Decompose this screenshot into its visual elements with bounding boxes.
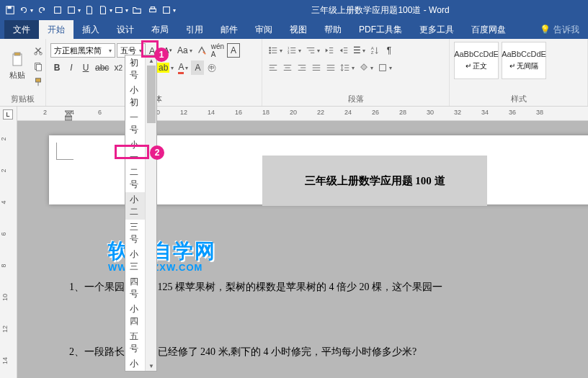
save-icon[interactable] [3, 3, 17, 17]
doc-paragraph-2[interactable]: 2、一段路长 324 米,已经修了 240 米,剩下的 4 小时修完，平均每小时… [69, 346, 416, 359]
document-viewport[interactable]: 2468101214161820222426283032343638 三年级上册… [17, 107, 588, 378]
svg-point-15 [269, 47, 271, 49]
line-spacing-icon[interactable]: ▾ [339, 60, 356, 75]
undo-icon[interactable]: ▾ [19, 3, 33, 17]
distributed-icon[interactable] [324, 60, 337, 75]
doc-title-text: 三年级上册数学应用题 100 道 [305, 174, 445, 188]
tab-layout[interactable]: 布局 [143, 20, 177, 39]
scroll-thumb[interactable] [147, 66, 156, 123]
qat-btn-5[interactable]: ▾ [114, 3, 128, 17]
tab-selector[interactable]: L [3, 109, 13, 120]
svg-rect-57 [65, 117, 72, 120]
qat-btn-8[interactable]: ▾ [161, 3, 176, 17]
ruler-number: 26 [372, 109, 379, 116]
doc-title-box[interactable]: 三年级上册数学应用题 100 道 [262, 156, 487, 206]
ribbon-tabs: 文件 开始 插入 设计 布局 引用 邮件 审阅 视图 帮助 PDF工具集 更多工… [0, 20, 588, 39]
subscript-icon[interactable]: x2 [112, 60, 125, 75]
print-icon[interactable] [146, 3, 160, 17]
font-color-icon[interactable]: A▾ [177, 60, 190, 75]
ruler-number: 12 [180, 109, 187, 116]
paste-label: 粘贴 [9, 70, 25, 81]
font-name-combo[interactable]: 方正粗黑宋简▾ [50, 43, 115, 58]
tell-me[interactable]: 💡 告诉我 [531, 20, 588, 39]
tab-mailings[interactable]: 邮件 [212, 20, 246, 39]
shading-icon[interactable]: ▾ [357, 60, 375, 75]
underline-button[interactable]: U [79, 60, 92, 75]
ruler-number: 18 [262, 109, 270, 116]
align-right-icon[interactable] [295, 60, 308, 75]
svg-point-17 [269, 50, 271, 52]
format-painter-icon[interactable] [32, 75, 45, 89]
font-size-dropdown: 初号小初一号小一二号小二三号小三四号小四五号小五六号小六七号八号55.566.5… [125, 55, 157, 372]
asian-layout-icon[interactable]: ☰▾ [352, 43, 367, 58]
tab-view[interactable]: 视图 [281, 20, 316, 39]
size-option[interactable]: 初号 [125, 55, 146, 83]
new-file-icon[interactable] [82, 3, 97, 17]
style-nospace[interactable]: AaBbCcDdE ↵ 无间隔 [502, 42, 546, 79]
qat-btn-1[interactable] [50, 3, 65, 17]
bold-button[interactable]: B [50, 60, 63, 75]
window-title: 三年级上册数学应用题100道 - Word [176, 4, 585, 17]
redo-icon[interactable] [35, 3, 49, 17]
tab-insert[interactable]: 插入 [74, 20, 108, 39]
size-option[interactable]: 二号 [125, 165, 146, 192]
increase-indent-icon[interactable] [337, 43, 350, 58]
size-option[interactable]: 五号 [125, 329, 146, 356]
dropdown-list: 初号小初一号小一二号小二三号小三四号小四五号小五六号小六七号八号55.566.5… [125, 55, 146, 372]
size-option[interactable]: 三号 [125, 220, 146, 247]
horizontal-ruler[interactable]: 2468101214161820222426283032343638 [17, 107, 588, 121]
strikethrough-icon[interactable]: abc [94, 60, 110, 75]
size-option[interactable]: 一号 [125, 110, 146, 138]
style-normal[interactable]: AaBbCcDdE ↵ 正文 [454, 42, 499, 79]
show-marks-icon[interactable]: ¶ [383, 43, 396, 58]
tab-help[interactable]: 帮助 [316, 20, 350, 39]
decrease-indent-icon[interactable] [323, 43, 336, 58]
align-left-icon[interactable] [267, 60, 280, 75]
size-option[interactable]: 小二 [125, 192, 146, 220]
size-option[interactable]: 小一 [125, 138, 146, 165]
sort-icon[interactable]: AZ [368, 43, 381, 58]
size-option[interactable]: 小四 [125, 302, 146, 329]
dropdown-scrollbar[interactable]: ▲ ▼ [145, 55, 156, 371]
tab-baidu[interactable]: 百度网盘 [463, 20, 514, 39]
document-area: L 22468101214 24681012141618202224262830… [0, 107, 588, 378]
size-option[interactable]: 小初 [125, 83, 146, 110]
svg-rect-9 [14, 53, 20, 55]
borders-icon[interactable]: ▾ [376, 60, 393, 75]
italic-button[interactable]: I [65, 60, 78, 75]
enclose-char-icon[interactable]: ㊥ [205, 60, 218, 75]
ruler-number: 4 [0, 200, 7, 204]
ruler-number: 24 [344, 109, 352, 116]
svg-rect-4 [116, 8, 122, 13]
tab-review[interactable]: 审阅 [246, 20, 281, 39]
clear-format-icon[interactable] [195, 43, 208, 58]
open-folder-icon[interactable] [130, 3, 144, 17]
size-option[interactable]: 小五 [125, 356, 146, 372]
tab-pdf[interactable]: PDF工具集 [350, 20, 411, 39]
tab-file[interactable]: 文件 [4, 20, 39, 39]
tab-references[interactable]: 引用 [177, 20, 212, 39]
tab-home[interactable]: 开始 [39, 20, 74, 39]
align-justify-icon[interactable] [310, 60, 323, 75]
tab-design[interactable]: 设计 [108, 20, 143, 39]
char-border-icon[interactable]: A [227, 43, 240, 58]
multilevel-list-icon[interactable]: ▾ [304, 43, 321, 58]
size-option[interactable]: 四号 [125, 274, 146, 302]
style-name: ↵ 无间隔 [509, 61, 539, 71]
bullets-icon[interactable]: ▾ [267, 43, 284, 58]
svg-rect-56 [380, 65, 386, 71]
size-option[interactable]: 小三 [125, 247, 146, 274]
scroll-down-arrow[interactable]: ▼ [146, 361, 157, 371]
phonetic-guide-icon[interactable]: wénA [210, 43, 226, 58]
qat-btn-4[interactable]: ▾ [98, 3, 112, 17]
tab-more[interactable]: 更多工具 [411, 20, 463, 39]
change-case-icon[interactable]: Aa▾ [176, 43, 194, 58]
char-shading-icon[interactable]: A [191, 60, 204, 75]
align-center-icon[interactable] [281, 60, 294, 75]
cut-icon[interactable] [32, 43, 45, 58]
numbering-icon[interactable]: 123▾ [285, 43, 303, 58]
copy-icon[interactable] [32, 59, 45, 73]
highlight-icon[interactable]: ab▾ [156, 60, 175, 75]
qat-btn-2[interactable]: ▾ [66, 3, 81, 17]
paste-button[interactable]: 粘贴 [4, 42, 30, 89]
